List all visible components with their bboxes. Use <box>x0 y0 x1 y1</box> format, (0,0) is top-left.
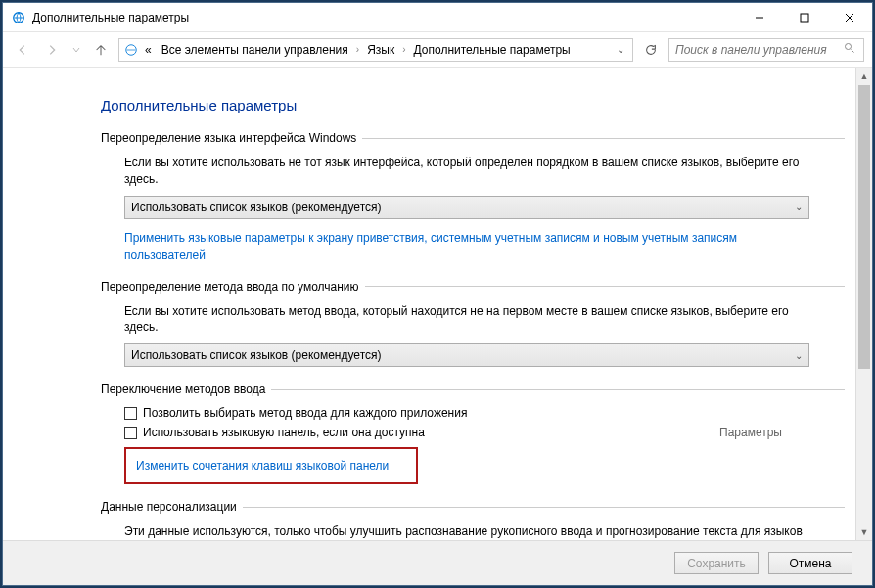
svg-point-6 <box>846 44 852 50</box>
group-personalization: Данные персонализации Эти данные использ… <box>101 500 845 540</box>
scroll-down-icon[interactable]: ▼ <box>856 523 872 540</box>
close-button[interactable] <box>827 3 872 31</box>
vertical-scrollbar[interactable]: ▲ ▼ <box>855 68 872 540</box>
titlebar: Дополнительные параметры <box>3 3 872 32</box>
checkbox-label: Использовать языковую панель, если она д… <box>143 426 425 439</box>
select-value: Использовать список языков (рекомендуетс… <box>131 348 382 362</box>
window: Дополнительные параметры <box>2 2 873 586</box>
group-description: Если вы хотите использовать не тот язык … <box>124 155 821 188</box>
nav-back-button[interactable] <box>11 38 34 62</box>
app-icon <box>11 10 26 25</box>
display-language-select[interactable]: Использовать список языков (рекомендуетс… <box>124 196 809 219</box>
chevron-down-icon: ⌄ <box>795 202 803 212</box>
search-box[interactable] <box>668 38 864 62</box>
nav-recent-button[interactable] <box>69 38 83 62</box>
navbar: « Все элементы панели управления › Язык … <box>3 32 872 68</box>
page-title: Дополнительные параметры <box>101 97 846 113</box>
crumb-item[interactable]: Язык <box>363 43 398 57</box>
save-button[interactable]: Сохранить <box>674 552 759 574</box>
crumb-item[interactable]: Все элементы панели управления <box>158 43 352 57</box>
group-label: Переопределение языка интерфейса Windows <box>101 131 362 145</box>
chevron-right-icon: › <box>354 44 361 55</box>
globe-icon <box>123 43 139 57</box>
checkbox-per-app[interactable]: Позволить выбирать метод ввода для каждо… <box>124 406 821 420</box>
cancel-button[interactable]: Отмена <box>768 552 852 574</box>
apply-to-welcome-link[interactable]: Применить языковые параметры к экрану пр… <box>124 229 821 264</box>
checkbox-language-bar[interactable]: Использовать языковую панель, если она д… <box>124 426 821 439</box>
group-display-language: Переопределение языка интерфейса Windows… <box>101 131 845 264</box>
breadcrumb[interactable]: « Все элементы панели управления › Язык … <box>118 38 633 62</box>
divider <box>365 286 845 287</box>
group-input-method: Переопределение метода ввода по умолчани… <box>101 280 845 368</box>
group-switching-input: Переключение методов ввода Позволить выб… <box>101 383 845 484</box>
group-label: Переопределение метода ввода по умолчани… <box>101 280 365 294</box>
checkbox-icon[interactable] <box>124 407 137 420</box>
select-value: Использовать список языков (рекомендуетс… <box>131 201 382 214</box>
chevron-right-icon: › <box>400 44 407 55</box>
search-input[interactable] <box>675 43 844 57</box>
window-controls <box>737 3 872 31</box>
nav-forward-button[interactable] <box>40 38 64 62</box>
group-description: Если вы хотите использовать метод ввода,… <box>124 303 821 337</box>
minimize-button[interactable] <box>737 3 782 31</box>
divider <box>271 389 845 390</box>
scroll-up-icon[interactable]: ▲ <box>856 68 872 84</box>
refresh-button[interactable] <box>639 38 663 62</box>
language-bar-options-link[interactable]: Параметры <box>719 426 821 439</box>
highlight-annotation: Изменить сочетания клавиш языковой панел… <box>124 447 418 484</box>
nav-up-button[interactable] <box>89 38 113 62</box>
svg-rect-2 <box>801 14 808 22</box>
crumb-item[interactable]: Дополнительные параметры <box>410 43 575 57</box>
footer: Сохранить Отмена <box>3 540 872 585</box>
group-label: Переключение методов ввода <box>101 383 271 396</box>
search-icon <box>844 42 857 57</box>
content-area: Дополнительные параметры Переопределение… <box>3 68 872 540</box>
window-title: Дополнительные параметры <box>32 11 737 24</box>
crumb-prefix: « <box>141 43 156 57</box>
group-description: Эти данные используются, только чтобы ул… <box>124 523 821 540</box>
content-scroll: Дополнительные параметры Переопределение… <box>3 68 855 540</box>
checkbox-label: Позволить выбирать метод ввода для каждо… <box>143 406 467 420</box>
group-label: Данные персонализации <box>101 500 243 514</box>
change-hotkeys-link[interactable]: Изменить сочетания клавиш языковой панел… <box>136 459 389 473</box>
maximize-button[interactable] <box>782 3 827 31</box>
svg-line-7 <box>852 50 854 53</box>
input-method-select[interactable]: Использовать список языков (рекомендуетс… <box>124 343 809 367</box>
divider <box>243 507 845 508</box>
chevron-down-icon[interactable]: ⌄ <box>613 44 628 55</box>
divider <box>362 138 845 139</box>
scroll-thumb[interactable] <box>858 85 870 369</box>
checkbox-icon[interactable] <box>124 427 137 439</box>
chevron-down-icon: ⌄ <box>795 350 803 361</box>
